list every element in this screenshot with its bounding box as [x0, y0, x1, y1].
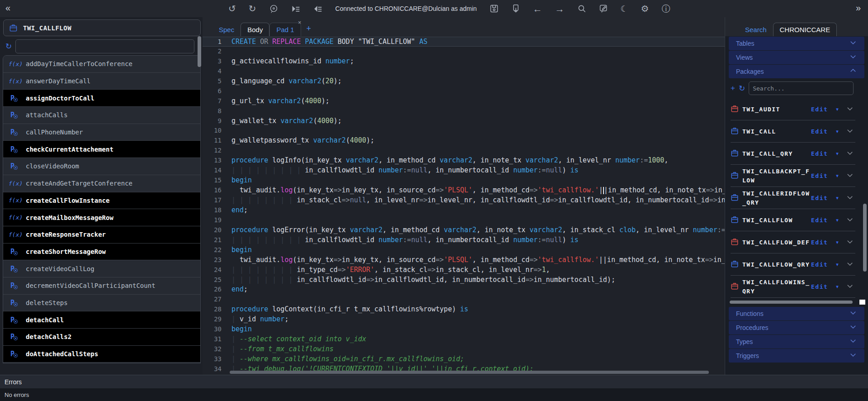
edit-link[interactable]: Edit: [811, 239, 828, 246]
search-icon[interactable]: [576, 4, 587, 13]
section-tables[interactable]: Tables: [729, 37, 864, 50]
list-item[interactable]: PdoAttachedCallSteps: [3, 346, 200, 363]
chevron-down-icon[interactable]: [849, 323, 857, 333]
list-item[interactable]: PcreateShortMessageRow: [3, 243, 200, 261]
info-icon[interactable]: ⓘ: [661, 5, 671, 13]
chevron-down-icon[interactable]: [846, 215, 854, 225]
list-item[interactable]: f(x)answerDayTimeCall: [3, 73, 200, 90]
list-item[interactable]: f(x)createCallFlowInstance: [3, 192, 200, 210]
chevron-down-icon[interactable]: [846, 238, 854, 248]
code-editor-panel[interactable]: SpecBodyPad 1×+ 1CREATE OR REPLACE PACKA…: [203, 17, 725, 375]
new-tab-button[interactable]: +: [301, 21, 317, 36]
back-icon[interactable]: ←: [532, 4, 543, 14]
chevron-down-icon[interactable]: [849, 337, 857, 347]
edit-dropdown-caret[interactable]: ▾: [836, 284, 839, 290]
edit-dropdown-caret[interactable]: ▾: [836, 239, 839, 245]
edit-dropdown-caret[interactable]: ▾: [836, 217, 839, 223]
package-row[interactable]: TWI_CALLFLOWINS_QRYEdit▾: [725, 276, 868, 298]
list-item[interactable]: f(x)addDayTimeCallerToConference: [3, 56, 200, 73]
package-row[interactable]: TWI_CALLEdit▾: [725, 120, 868, 143]
edit-link[interactable]: Edit: [811, 283, 828, 290]
list-item[interactable]: PcloseVideoRoom: [3, 158, 200, 175]
package-row[interactable]: TWI_CALL_QRYEdit▾: [725, 143, 868, 165]
expand-panel-icon[interactable]: »: [855, 3, 862, 12]
package-row[interactable]: TWI_AUDITEdit▾: [725, 98, 868, 120]
edit-dropdown-caret[interactable]: ▾: [836, 262, 839, 267]
outdent-icon[interactable]: [312, 4, 324, 14]
tab-body[interactable]: Body: [241, 23, 269, 36]
edit-dropdown-caret[interactable]: ▾: [836, 151, 839, 157]
package-list-scrollbar[interactable]: [730, 299, 864, 305]
list-item[interactable]: PcallPhoneNumber: [3, 124, 200, 141]
save-icon[interactable]: [489, 4, 500, 13]
chevron-down-icon[interactable]: [846, 282, 854, 292]
list-item[interactable]: PdecrementVideoCallParticipantCount: [3, 277, 200, 295]
forward-icon[interactable]: →: [554, 4, 566, 14]
schema-scrollbar[interactable]: [863, 204, 867, 272]
chevron-down-icon[interactable]: [846, 149, 854, 159]
undo-icon[interactable]: ↺: [227, 4, 237, 13]
chevron-down-icon[interactable]: [846, 105, 854, 115]
schema-tab-search[interactable]: Search: [739, 23, 773, 36]
edit-dropdown-caret[interactable]: ▾: [836, 129, 839, 134]
edit-link[interactable]: Edit: [811, 195, 828, 201]
chevron-down-icon[interactable]: [849, 38, 857, 48]
edit-link[interactable]: Edit: [811, 217, 828, 224]
package-search-input[interactable]: [749, 81, 854, 95]
package-row[interactable]: TWI_CALLERIDFLOW_QRYEdit▾: [725, 187, 868, 209]
package-row[interactable]: TWI_CALLFLOW_DEFEdit▾: [725, 231, 868, 253]
chevron-down-icon[interactable]: [849, 309, 857, 319]
edit-dropdown-caret[interactable]: ▾: [836, 106, 839, 112]
section-types[interactable]: Types: [729, 335, 864, 348]
list-item[interactable]: PdeleteSteps: [3, 295, 200, 312]
schema-tab-chroniccare[interactable]: CHRONICCARE: [773, 23, 837, 36]
edit-link[interactable]: Edit: [811, 261, 828, 268]
comment-icon[interactable]: [268, 4, 279, 14]
chevron-down-icon[interactable]: [849, 351, 857, 361]
package-header[interactable]: TWI_CALLFLOW: [3, 19, 201, 36]
list-item[interactable]: PcheckCurrentAttachement: [3, 141, 200, 158]
scrollbar-thumb[interactable]: [730, 301, 853, 304]
chevron-down-icon[interactable]: [846, 127, 854, 137]
tab-pad-1[interactable]: Pad 1×: [269, 23, 301, 36]
list-item[interactable]: PcreateVideoCallLog: [3, 260, 200, 277]
theme-moon-icon[interactable]: ☾: [620, 5, 629, 13]
annotate-icon[interactable]: [598, 4, 609, 13]
list-item[interactable]: PdetachCalls2: [3, 329, 200, 346]
section-procedures[interactable]: Procedures: [729, 321, 864, 334]
chevron-up-icon[interactable]: [849, 67, 857, 76]
export-file-icon[interactable]: [510, 4, 521, 13]
chevron-down-icon[interactable]: [846, 171, 854, 181]
section-triggers[interactable]: Triggers: [729, 349, 864, 363]
edit-dropdown-caret[interactable]: ▾: [836, 195, 839, 201]
edit-link[interactable]: Edit: [811, 128, 828, 135]
section-packages[interactable]: Packages: [729, 65, 864, 78]
close-tab-icon[interactable]: ×: [298, 19, 302, 26]
settings-gear-icon[interactable]: ⚙: [640, 4, 650, 13]
list-item[interactable]: PassignDoctorToCall: [3, 90, 200, 107]
edit-link[interactable]: Edit: [811, 150, 828, 157]
refresh-icon[interactable]: ↻: [5, 42, 12, 51]
package-row[interactable]: TWI_CALLFLOW_QRYEdit▾: [725, 253, 868, 276]
list-item[interactable]: f(x)createResponseTracker: [3, 226, 200, 243]
package-row[interactable]: TWI_CALLFLOWEdit▾: [725, 209, 868, 231]
list-item[interactable]: f(x)createAndGetTargetConference: [3, 175, 200, 192]
edit-link[interactable]: Edit: [811, 172, 828, 179]
edit-link[interactable]: Edit: [811, 106, 828, 113]
editor-horizontal-scrollbar[interactable]: [230, 371, 709, 374]
package-row[interactable]: TWI_CALLBACKPT_FLOWEdit▾: [725, 165, 868, 187]
tab-spec[interactable]: Spec: [212, 23, 241, 36]
redo-icon[interactable]: ↻: [248, 4, 257, 13]
collapse-sidebar-icon[interactable]: «: [5, 3, 11, 12]
chevron-down-icon[interactable]: [849, 53, 857, 62]
code-area[interactable]: 1CREATE OR REPLACE PACKAGE BODY "TWI_CAL…: [203, 37, 725, 371]
sidebar-scrollbar[interactable]: [198, 36, 201, 67]
errors-header[interactable]: Errors: [0, 375, 868, 388]
list-item[interactable]: PattachCalls: [3, 107, 200, 124]
chevron-down-icon[interactable]: [846, 260, 854, 270]
edit-dropdown-caret[interactable]: ▾: [836, 173, 839, 179]
add-package-icon[interactable]: +: [731, 84, 735, 93]
member-search-input[interactable]: [15, 39, 194, 53]
section-views[interactable]: Views: [729, 51, 864, 64]
list-item[interactable]: PdetachCall: [3, 311, 200, 329]
